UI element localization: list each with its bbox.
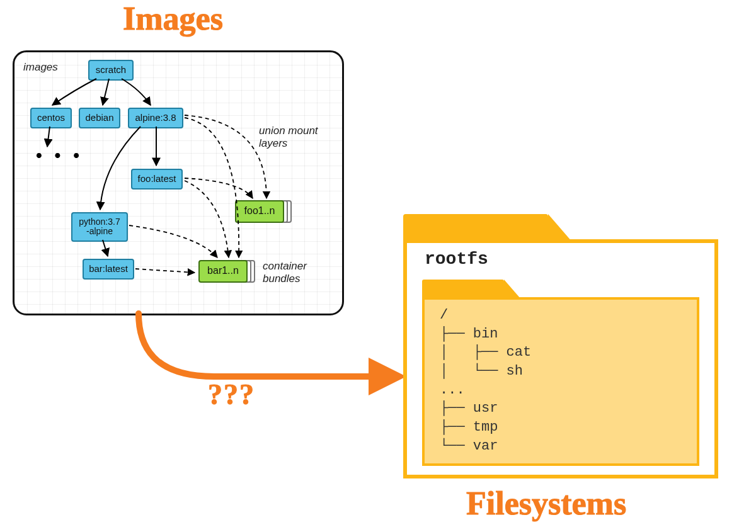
rootfs-label: rootfs	[425, 249, 488, 269]
node-foo: foo:latest	[131, 169, 183, 190]
node-python: python:3.7 -alpine	[71, 212, 128, 242]
folder-inner-body: / ├── bin │ ├── cat │ └── sh ... ├── usr…	[422, 297, 699, 466]
transition-arrow-icon	[101, 301, 416, 414]
node-bar: bar:latest	[83, 259, 134, 280]
folder-outer-tab	[403, 214, 548, 242]
title-images: Images	[123, 0, 223, 37]
node-centos: centos	[30, 108, 72, 128]
node-scratch: scratch	[88, 60, 134, 81]
images-graph-panel: images union mount layers container bund…	[13, 50, 344, 315]
container-bundles-label: container bundles	[263, 260, 307, 285]
folder-inner-tab	[422, 280, 504, 298]
bundle-foo-label: foo1..n	[235, 200, 284, 223]
union-mount-label: union mount layers	[259, 125, 318, 150]
images-label: images	[23, 61, 58, 74]
node-alpine: alpine:3.8	[128, 108, 183, 128]
filesystem-folder: rootfs / ├── bin │ ├── cat │ └── sh ... …	[403, 214, 718, 478]
ellipsis-icon: • • •	[36, 145, 83, 166]
title-question: ???	[208, 378, 255, 411]
node-debian: debian	[79, 108, 120, 128]
filesystem-folder-inner: / ├── bin │ ├── cat │ └── sh ... ├── usr…	[422, 280, 699, 466]
title-filesystems: Filesystems	[466, 485, 626, 522]
directory-tree: / ├── bin │ ├── cat │ └── sh ... ├── usr…	[440, 306, 531, 456]
bundle-bar-label: bar1..n	[198, 260, 248, 283]
